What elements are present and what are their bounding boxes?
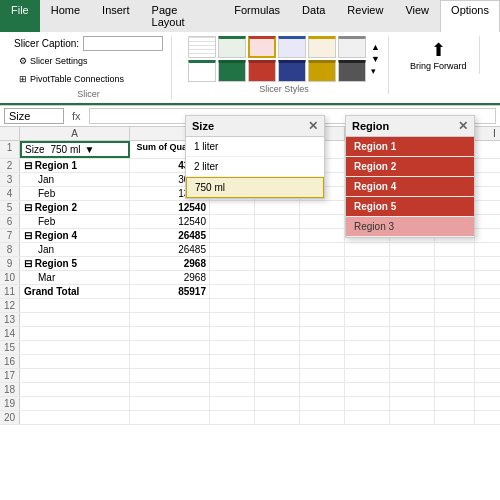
cell-f8[interactable] (345, 243, 390, 256)
cell-a8[interactable]: Jan (20, 243, 130, 256)
cell-h18[interactable] (435, 383, 475, 396)
cell-a18[interactable] (20, 383, 130, 396)
cell-f14[interactable] (345, 327, 390, 340)
cell-a11[interactable]: Grand Total (20, 285, 130, 298)
cell-i5[interactable] (475, 201, 500, 214)
cell-a19[interactable] (20, 397, 130, 410)
cell-a4[interactable]: Feb (20, 187, 130, 200)
cell-d16[interactable] (255, 355, 300, 368)
cell-e6[interactable] (300, 215, 345, 228)
cell-b14[interactable] (130, 327, 210, 340)
cell-e7[interactable] (300, 229, 345, 242)
cell-h20[interactable] (435, 411, 475, 424)
cell-d18[interactable] (255, 383, 300, 396)
filter-icon[interactable]: ▼ (84, 144, 94, 155)
cell-d7[interactable] (255, 229, 300, 242)
cell-g9[interactable] (390, 257, 435, 270)
slicer-region-item[interactable]: Region 4 (346, 177, 474, 197)
cell-f9[interactable] (345, 257, 390, 270)
cell-a17[interactable] (20, 369, 130, 382)
cell-i8[interactable] (475, 243, 500, 256)
tab-insert[interactable]: Insert (91, 0, 141, 32)
cell-d15[interactable] (255, 341, 300, 354)
cell-d10[interactable] (255, 271, 300, 284)
cell-f13[interactable] (345, 313, 390, 326)
cell-b17[interactable] (130, 369, 210, 382)
tab-view[interactable]: View (394, 0, 440, 32)
cell-g20[interactable] (390, 411, 435, 424)
cell-g15[interactable] (390, 341, 435, 354)
cell-i18[interactable] (475, 383, 500, 396)
cell-g14[interactable] (390, 327, 435, 340)
cell-i15[interactable] (475, 341, 500, 354)
style-swatch-3[interactable] (248, 36, 276, 58)
cell-d5[interactable] (255, 201, 300, 214)
cell-b5[interactable]: 12540 (130, 201, 210, 214)
cell-h10[interactable] (435, 271, 475, 284)
cell-i20[interactable] (475, 411, 500, 424)
cell-c7[interactable] (210, 229, 255, 242)
cell-ref-box[interactable] (4, 108, 64, 124)
cell-b13[interactable] (130, 313, 210, 326)
cell-i7[interactable] (475, 229, 500, 242)
cell-f19[interactable] (345, 397, 390, 410)
cell-i19[interactable] (475, 397, 500, 410)
cell-e11[interactable] (300, 285, 345, 298)
cell-h11[interactable] (435, 285, 475, 298)
cell-d12[interactable] (255, 299, 300, 312)
cell-e15[interactable] (300, 341, 345, 354)
cell-c5[interactable] (210, 201, 255, 214)
cell-h12[interactable] (435, 299, 475, 312)
cell-h15[interactable] (435, 341, 475, 354)
cell-h16[interactable] (435, 355, 475, 368)
cell-a2[interactable]: ⊟ Region 1 (20, 159, 130, 172)
cell-c14[interactable] (210, 327, 255, 340)
cell-a1[interactable]: Size 750 ml ▼ (20, 141, 130, 158)
cell-i16[interactable] (475, 355, 500, 368)
cell-g16[interactable] (390, 355, 435, 368)
cell-d20[interactable] (255, 411, 300, 424)
cell-a15[interactable] (20, 341, 130, 354)
cell-b20[interactable] (130, 411, 210, 424)
style-swatch-4[interactable] (278, 36, 306, 58)
cell-b7[interactable]: 26485 (130, 229, 210, 242)
tab-review[interactable]: Review (336, 0, 394, 32)
cell-d13[interactable] (255, 313, 300, 326)
cell-c17[interactable] (210, 369, 255, 382)
cell-b11[interactable]: 85917 (130, 285, 210, 298)
cell-i6[interactable] (475, 215, 500, 228)
slicer-region-item[interactable]: Region 3 (346, 217, 474, 237)
cell-a10[interactable]: Mar (20, 271, 130, 284)
cell-d14[interactable] (255, 327, 300, 340)
cell-b8[interactable]: 26485 (130, 243, 210, 256)
cell-f17[interactable] (345, 369, 390, 382)
cell-b6[interactable]: 12540 (130, 215, 210, 228)
cell-i13[interactable] (475, 313, 500, 326)
cell-a14[interactable] (20, 327, 130, 340)
style-swatch-5[interactable] (308, 36, 336, 58)
cell-e10[interactable] (300, 271, 345, 284)
cell-a9[interactable]: ⊟ Region 5 (20, 257, 130, 270)
slicer-size-item[interactable]: 2 liter (186, 157, 324, 177)
cell-a6[interactable]: Feb (20, 215, 130, 228)
cell-f11[interactable] (345, 285, 390, 298)
tab-formulas[interactable]: Formulas (223, 0, 291, 32)
slicer-size-item[interactable]: 1 liter (186, 137, 324, 157)
cell-i4[interactable] (475, 187, 500, 200)
slicer-region-item[interactable]: Region 1 (346, 137, 474, 157)
tab-home[interactable]: Home (40, 0, 91, 32)
cell-b18[interactable] (130, 383, 210, 396)
cell-c20[interactable] (210, 411, 255, 424)
cell-c11[interactable] (210, 285, 255, 298)
cell-g18[interactable] (390, 383, 435, 396)
cell-e5[interactable] (300, 201, 345, 214)
cell-i10[interactable] (475, 271, 500, 284)
styles-more[interactable]: ▾ (371, 66, 380, 76)
cell-c18[interactable] (210, 383, 255, 396)
cell-d11[interactable] (255, 285, 300, 298)
cell-c16[interactable] (210, 355, 255, 368)
cell-a5[interactable]: ⊟ Region 2 (20, 201, 130, 214)
cell-c13[interactable] (210, 313, 255, 326)
cell-b10[interactable]: 2968 (130, 271, 210, 284)
tab-file[interactable]: File (0, 0, 40, 32)
